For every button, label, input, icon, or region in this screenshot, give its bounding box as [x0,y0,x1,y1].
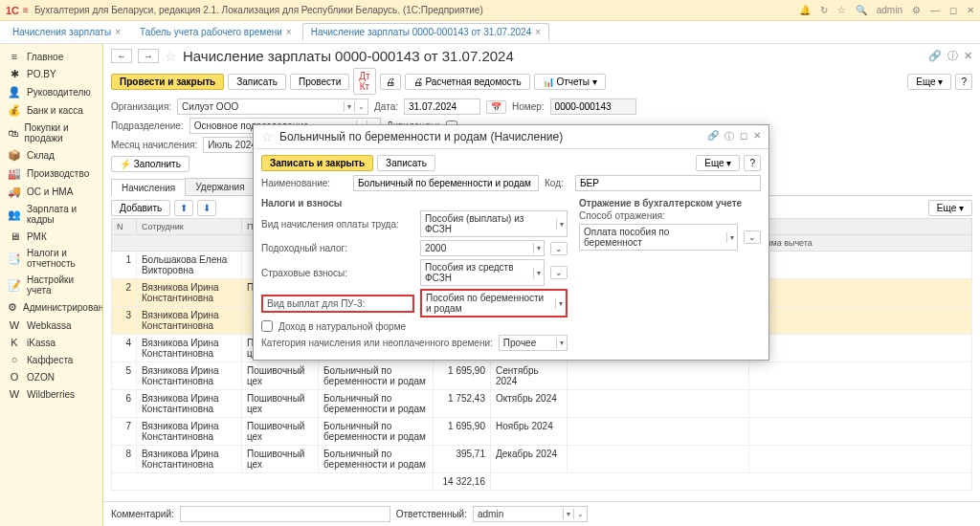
sidebar-item-11[interactable]: 📝Настройки учета [0,272,102,298]
title-bar: 1С ≡ Бухгалтерия для Беларуси, редакция … [0,0,980,21]
col-employee[interactable]: Сотрудник [137,219,242,235]
modal-star-icon[interactable]: ☆ [261,129,274,144]
add-row-button[interactable]: Добавить [111,200,170,216]
sidebar-icon: 👥 [8,208,21,221]
more-button[interactable]: Еще ▾ [907,74,951,90]
sidebar-label: Главное [27,52,63,62]
date-input[interactable] [404,99,480,115]
open-ref-icon[interactable]: ⌄ [550,242,568,255]
write-button[interactable]: Записать [228,74,286,90]
table-row[interactable]: 8Вязникова Ирина КонстантиновнаПошивочны… [112,446,972,473]
natural-income-checkbox[interactable] [261,320,273,332]
move-down-button[interactable]: ⬇ [197,200,216,216]
close-icon[interactable]: × [535,27,541,37]
tab-payroll-list[interactable]: Начисления зарплаты× [4,23,129,41]
move-up-button[interactable]: ⬆ [174,200,193,216]
sidebar-item-1[interactable]: ✱PO.BY [0,65,102,83]
star-icon[interactable]: ☆ [837,5,846,15]
open-ref-icon[interactable]: ⌄ [744,230,761,244]
modal-more-button[interactable]: Еще ▾ [696,155,740,171]
sidebar-item-17[interactable]: WWildberries [0,385,102,403]
table-row[interactable]: 6Вязникова Ирина КонстантиновнаПошивочны… [112,390,972,418]
sidebar-icon: W [8,319,21,331]
modal-write-close-button[interactable]: Записать и закрыть [261,155,373,171]
link-icon[interactable]: 🔗 [928,50,942,62]
method-dropdown[interactable]: Оплата пособия по беременност▾ [579,224,738,251]
responsible-dropdown[interactable]: admin▾⌄ [473,506,588,522]
table-row[interactable]: 7Вязникова Ирина КонстантиновнаПошивочны… [112,418,972,446]
modal-write-button[interactable]: Записать [377,155,435,171]
user-label[interactable]: admin [877,5,902,15]
bell-icon[interactable]: 🔔 [799,5,811,15]
date-label: Дата: [374,101,398,112]
close-icon[interactable]: × [115,27,121,37]
sidebar-item-15[interactable]: ○Каффеста [0,351,102,368]
modal-info-icon[interactable]: ⓘ [724,130,734,143]
sidebar-label: РМК [27,231,47,242]
close-doc-icon[interactable]: ✕ [964,50,972,62]
sidebar-item-12[interactable]: ⚙Администрирование [0,298,102,317]
tab-accruals[interactable]: Начисления [111,179,186,196]
settings-icon[interactable]: ⚙ [912,5,921,15]
org-dropdown[interactable]: Силуэт ООО▾⌄ [177,99,368,115]
sidebar-item-0[interactable]: ≡Главное [0,48,102,65]
sidebar-item-10[interactable]: 📑Налоги и отчетность [0,245,102,272]
help-icon[interactable]: ⓘ [947,49,958,63]
post-button[interactable]: Провести [290,74,349,90]
open-ref-icon[interactable]: ⌄ [550,266,568,279]
code-input[interactable] [575,175,761,191]
modal-help-button[interactable]: ? [744,155,761,171]
sidebar-item-16[interactable]: OOZON [0,368,102,385]
fill-button[interactable]: ⚡ Заполнить [111,156,189,172]
grid-more-button[interactable]: Еще ▾ [928,200,972,216]
print-button[interactable]: 🖨 [380,74,401,90]
search-icon[interactable]: 🔍 [856,5,867,15]
tab-timesheet[interactable]: Табель учета рабочего времени× [131,23,301,41]
sidebar-icon: 🚚 [8,186,21,198]
nav-fwd-button[interactable]: → [138,49,159,63]
sidebar-item-13[interactable]: WWebkassa [0,317,102,334]
category-dropdown[interactable]: Прочее▾ [499,335,568,351]
calendar-icon[interactable]: 📅 [486,100,506,114]
sidebar-item-8[interactable]: 👥Зарплата и кадры [0,201,102,228]
tab-deductions[interactable]: Удержания [185,178,255,195]
col-sumded[interactable]: Сумма вычета [749,235,972,252]
payroll-report-button[interactable]: 🖨 Расчетная ведомость [405,74,530,90]
modal-close-icon[interactable]: ✕ [753,130,761,143]
maximize-icon[interactable]: ◻ [949,5,957,15]
sidebar-item-5[interactable]: 📦Склад [0,146,102,164]
sidebar: ≡Главное✱PO.BY👤Руководителю💰Банк и касса… [0,44,103,526]
reports-button[interactable]: 📊 Отчеты ▾ [534,74,606,90]
modal-link-icon[interactable]: 🔗 [707,130,719,143]
help-button[interactable]: ? [955,74,972,90]
minimize-icon[interactable]: — [930,5,940,15]
sidebar-icon: ○ [8,354,21,365]
nav-back-button[interactable]: ← [111,49,132,63]
sidebar-icon: 📦 [8,149,21,162]
table-row[interactable]: 5Вязникова Ирина КонстантиновнаПошивочны… [112,362,972,390]
sidebar-item-2[interactable]: 👤Руководителю [0,83,102,101]
close-icon[interactable]: × [286,27,292,37]
name-input[interactable] [353,175,539,191]
col-n[interactable]: N [112,219,137,235]
labor-kind-dropdown[interactable]: Пособия (выплаты) из ФСЗН▾ [420,210,568,237]
income-tax-dropdown[interactable]: 2000▾ [420,240,545,256]
sidebar-item-6[interactable]: 🏭Производство [0,164,102,183]
sidebar-item-14[interactable]: KiKassa [0,334,102,351]
number-input[interactable] [550,99,636,115]
sidebar-item-7[interactable]: 🚚ОС и НМА [0,183,102,201]
insurance-dropdown[interactable]: Пособия из средств ФСЗН▾ [420,259,545,286]
close-icon[interactable]: ✕ [967,5,974,15]
sidebar-label: Покупки и продажи [25,122,95,143]
favorite-star-icon[interactable]: ☆ [165,49,177,64]
sidebar-item-3[interactable]: 💰Банк и касса [0,101,102,120]
modal-maximize-icon[interactable]: ◻ [740,130,747,143]
sidebar-item-9[interactable]: 🖥РМК [0,228,102,245]
dt-kt-button[interactable]: ДтКт [353,68,375,95]
history-icon[interactable]: ↻ [820,5,828,15]
post-close-button[interactable]: Провести и закрыть [111,74,224,90]
pu3-dropdown[interactable]: Пособия по беременности и родам▾ [420,289,568,318]
comment-input[interactable] [180,506,390,522]
sidebar-item-4[interactable]: 🛍Покупки и продажи [0,120,102,146]
tab-payroll-doc[interactable]: Начисление зарплаты 0000-000143 от 31.07… [302,23,549,41]
